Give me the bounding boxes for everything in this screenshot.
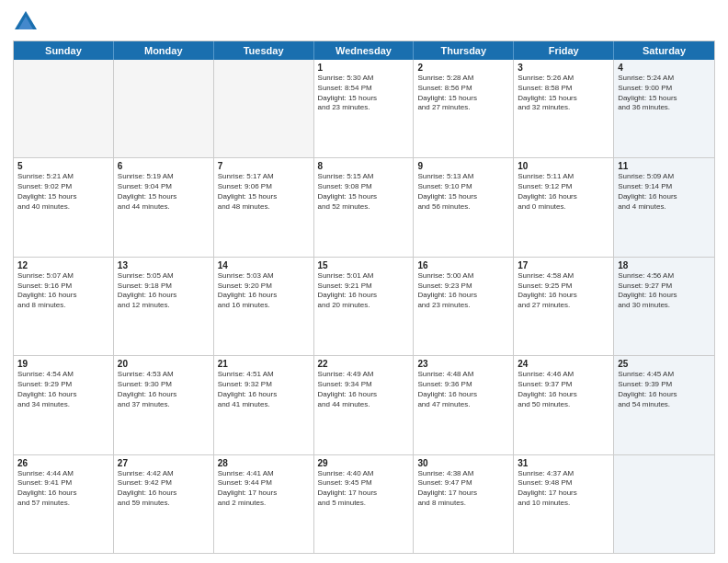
cal-cell: 21Sunrise: 4:51 AM Sunset: 9:32 PM Dayli… bbox=[214, 356, 314, 454]
calendar: SundayMondayTuesdayWednesdayThursdayFrid… bbox=[13, 40, 715, 554]
cell-info: Sunrise: 5:07 AM Sunset: 9:16 PM Dayligh… bbox=[17, 271, 109, 311]
cal-cell: 4Sunrise: 5:24 AM Sunset: 9:00 PM Daylig… bbox=[614, 60, 714, 157]
day-number: 23 bbox=[417, 359, 509, 369]
cal-cell: 12Sunrise: 5:07 AM Sunset: 9:16 PM Dayli… bbox=[14, 258, 114, 355]
cal-header-tuesday: Tuesday bbox=[214, 41, 314, 60]
cell-info: Sunrise: 4:53 AM Sunset: 9:30 PM Dayligh… bbox=[118, 370, 210, 409]
cal-header-sunday: Sunday bbox=[14, 41, 114, 60]
cell-info: Sunrise: 4:49 AM Sunset: 9:34 PM Dayligh… bbox=[318, 370, 410, 409]
cal-cell: 8Sunrise: 5:15 AM Sunset: 9:08 PM Daylig… bbox=[314, 158, 415, 256]
cal-cell bbox=[614, 455, 714, 553]
cell-info: Sunrise: 5:17 AM Sunset: 9:06 PM Dayligh… bbox=[218, 172, 310, 212]
cal-cell: 15Sunrise: 5:01 AM Sunset: 9:21 PM Dayli… bbox=[314, 258, 415, 355]
day-number: 27 bbox=[118, 458, 210, 468]
cal-cell: 19Sunrise: 4:54 AM Sunset: 9:29 PM Dayli… bbox=[14, 356, 114, 454]
cell-info: Sunrise: 5:05 AM Sunset: 9:18 PM Dayligh… bbox=[118, 271, 210, 311]
day-number: 5 bbox=[17, 161, 109, 171]
cal-cell: 20Sunrise: 4:53 AM Sunset: 9:30 PM Dayli… bbox=[114, 356, 214, 454]
cal-cell: 30Sunrise: 4:38 AM Sunset: 9:47 PM Dayli… bbox=[414, 455, 514, 553]
cal-cell: 6Sunrise: 5:19 AM Sunset: 9:04 PM Daylig… bbox=[114, 158, 214, 256]
day-number: 12 bbox=[17, 260, 109, 270]
cal-cell: 1Sunrise: 5:30 AM Sunset: 8:54 PM Daylig… bbox=[314, 60, 415, 157]
cal-cell: 17Sunrise: 4:58 AM Sunset: 9:25 PM Dayli… bbox=[514, 258, 614, 355]
cal-header-wednesday: Wednesday bbox=[314, 41, 415, 60]
cell-info: Sunrise: 5:19 AM Sunset: 9:04 PM Dayligh… bbox=[118, 172, 210, 212]
cal-header-friday: Friday bbox=[514, 41, 614, 60]
cal-week-4: 19Sunrise: 4:54 AM Sunset: 9:29 PM Dayli… bbox=[14, 356, 714, 454]
calendar-header-row: SundayMondayTuesdayWednesdayThursdayFrid… bbox=[14, 41, 714, 60]
cal-week-3: 12Sunrise: 5:07 AM Sunset: 9:16 PM Dayli… bbox=[14, 258, 714, 356]
cal-cell: 29Sunrise: 4:40 AM Sunset: 9:45 PM Dayli… bbox=[314, 455, 415, 553]
cal-cell: 28Sunrise: 4:41 AM Sunset: 9:44 PM Dayli… bbox=[214, 455, 314, 553]
day-number: 9 bbox=[417, 161, 509, 171]
day-number: 26 bbox=[17, 458, 109, 468]
day-number: 22 bbox=[318, 359, 410, 369]
cal-cell: 24Sunrise: 4:46 AM Sunset: 9:37 PM Dayli… bbox=[514, 356, 614, 454]
cal-cell bbox=[114, 60, 214, 157]
calendar-body: 1Sunrise: 5:30 AM Sunset: 8:54 PM Daylig… bbox=[14, 60, 714, 553]
day-number: 30 bbox=[417, 458, 509, 468]
cell-info: Sunrise: 5:15 AM Sunset: 9:08 PM Dayligh… bbox=[318, 172, 410, 212]
cal-header-monday: Monday bbox=[114, 41, 214, 60]
cell-info: Sunrise: 4:44 AM Sunset: 9:41 PM Dayligh… bbox=[17, 469, 109, 509]
cell-info: Sunrise: 5:03 AM Sunset: 9:20 PM Dayligh… bbox=[218, 271, 310, 311]
cal-week-1: 1Sunrise: 5:30 AM Sunset: 8:54 PM Daylig… bbox=[14, 60, 714, 158]
cell-info: Sunrise: 4:58 AM Sunset: 9:25 PM Dayligh… bbox=[518, 271, 609, 311]
cell-info: Sunrise: 4:38 AM Sunset: 9:47 PM Dayligh… bbox=[417, 469, 509, 509]
cell-info: Sunrise: 5:13 AM Sunset: 9:10 PM Dayligh… bbox=[417, 172, 509, 212]
cal-cell bbox=[14, 60, 114, 157]
cell-info: Sunrise: 4:45 AM Sunset: 9:39 PM Dayligh… bbox=[618, 370, 711, 409]
cell-info: Sunrise: 4:40 AM Sunset: 9:45 PM Dayligh… bbox=[318, 469, 410, 509]
cal-header-thursday: Thursday bbox=[414, 41, 514, 60]
logo-icon bbox=[13, 9, 39, 35]
day-number: 2 bbox=[417, 63, 509, 73]
day-number: 16 bbox=[417, 260, 509, 270]
cal-cell: 23Sunrise: 4:48 AM Sunset: 9:36 PM Dayli… bbox=[414, 356, 514, 454]
cal-cell: 22Sunrise: 4:49 AM Sunset: 9:34 PM Dayli… bbox=[314, 356, 415, 454]
cal-header-saturday: Saturday bbox=[614, 41, 714, 60]
cal-week-2: 5Sunrise: 5:21 AM Sunset: 9:02 PM Daylig… bbox=[14, 158, 714, 257]
header bbox=[13, 9, 715, 35]
day-number: 1 bbox=[318, 63, 410, 73]
day-number: 3 bbox=[518, 63, 609, 73]
cal-cell: 26Sunrise: 4:44 AM Sunset: 9:41 PM Dayli… bbox=[14, 455, 114, 553]
cal-cell: 11Sunrise: 5:09 AM Sunset: 9:14 PM Dayli… bbox=[614, 158, 714, 256]
day-number: 21 bbox=[218, 359, 310, 369]
cell-info: Sunrise: 4:37 AM Sunset: 9:48 PM Dayligh… bbox=[518, 469, 609, 509]
cell-info: Sunrise: 4:56 AM Sunset: 9:27 PM Dayligh… bbox=[618, 271, 711, 311]
cal-cell: 10Sunrise: 5:11 AM Sunset: 9:12 PM Dayli… bbox=[514, 158, 614, 256]
cal-cell: 31Sunrise: 4:37 AM Sunset: 9:48 PM Dayli… bbox=[514, 455, 614, 553]
day-number: 28 bbox=[218, 458, 310, 468]
day-number: 25 bbox=[618, 359, 711, 369]
day-number: 11 bbox=[618, 161, 711, 171]
cell-info: Sunrise: 5:30 AM Sunset: 8:54 PM Dayligh… bbox=[318, 74, 410, 113]
cal-cell: 25Sunrise: 4:45 AM Sunset: 9:39 PM Dayli… bbox=[614, 356, 714, 454]
cell-info: Sunrise: 4:46 AM Sunset: 9:37 PM Dayligh… bbox=[518, 370, 609, 409]
cal-cell: 14Sunrise: 5:03 AM Sunset: 9:20 PM Dayli… bbox=[214, 258, 314, 355]
day-number: 8 bbox=[318, 161, 410, 171]
cell-info: Sunrise: 5:01 AM Sunset: 9:21 PM Dayligh… bbox=[318, 271, 410, 311]
day-number: 19 bbox=[17, 359, 109, 369]
cal-cell bbox=[214, 60, 314, 157]
day-number: 20 bbox=[118, 359, 210, 369]
day-number: 6 bbox=[118, 161, 210, 171]
cell-info: Sunrise: 5:21 AM Sunset: 9:02 PM Dayligh… bbox=[17, 172, 109, 212]
day-number: 13 bbox=[118, 260, 210, 270]
cal-cell: 16Sunrise: 5:00 AM Sunset: 9:23 PM Dayli… bbox=[414, 258, 514, 355]
day-number: 14 bbox=[218, 260, 310, 270]
cell-info: Sunrise: 5:09 AM Sunset: 9:14 PM Dayligh… bbox=[618, 172, 711, 212]
cell-info: Sunrise: 4:42 AM Sunset: 9:42 PM Dayligh… bbox=[118, 469, 210, 509]
page: SundayMondayTuesdayWednesdayThursdayFrid… bbox=[0, 0, 728, 563]
day-number: 10 bbox=[518, 161, 609, 171]
cell-info: Sunrise: 5:24 AM Sunset: 9:00 PM Dayligh… bbox=[618, 74, 711, 113]
cell-info: Sunrise: 5:28 AM Sunset: 8:56 PM Dayligh… bbox=[417, 74, 509, 113]
cal-cell: 13Sunrise: 5:05 AM Sunset: 9:18 PM Dayli… bbox=[114, 258, 214, 355]
day-number: 7 bbox=[218, 161, 310, 171]
cell-info: Sunrise: 4:41 AM Sunset: 9:44 PM Dayligh… bbox=[218, 469, 310, 509]
cell-info: Sunrise: 4:48 AM Sunset: 9:36 PM Dayligh… bbox=[417, 370, 509, 409]
day-number: 18 bbox=[618, 260, 711, 270]
cell-info: Sunrise: 5:11 AM Sunset: 9:12 PM Dayligh… bbox=[518, 172, 609, 212]
day-number: 17 bbox=[518, 260, 609, 270]
cal-cell: 2Sunrise: 5:28 AM Sunset: 8:56 PM Daylig… bbox=[414, 60, 514, 157]
cell-info: Sunrise: 5:26 AM Sunset: 8:58 PM Dayligh… bbox=[518, 74, 609, 113]
